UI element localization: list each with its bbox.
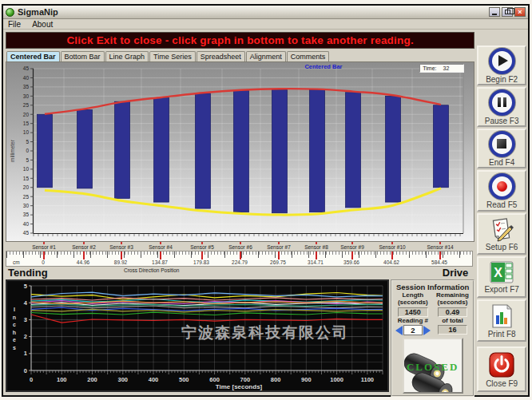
reading-number-field[interactable]: 2	[403, 325, 423, 335]
total-readings-value: 16	[438, 325, 468, 335]
ruler-value: 44.96	[66, 259, 101, 265]
svg-text:4: 4	[24, 299, 28, 307]
export-button[interactable]: X Export F7	[477, 256, 526, 298]
ruler-value: 179.83	[184, 259, 219, 265]
ruler-red-tick	[43, 251, 45, 259]
chart-title: Centered Bar	[288, 63, 359, 70]
restore-icon	[505, 10, 510, 14]
svg-text:45: 45	[23, 65, 30, 71]
svg-text:100: 100	[57, 376, 67, 383]
sensor-label: Sensor #2	[64, 244, 104, 250]
tab-alignment[interactable]: Alignment	[246, 51, 286, 61]
length-value: 1450	[398, 307, 428, 317]
close-button[interactable]: ×	[514, 7, 526, 17]
drive-label: Drive	[443, 267, 469, 279]
sensor-label: Sensor #3	[101, 244, 141, 250]
setup-button-label: Setup F6	[486, 243, 518, 251]
end-button[interactable]: End F4	[477, 129, 526, 168]
pause-button-label: Pause F3	[485, 117, 519, 125]
minimize-button[interactable]	[489, 7, 500, 17]
ruler-red-tick	[83, 251, 85, 259]
tab-centered-bar[interactable]: Centered Bar	[6, 51, 60, 61]
print-chart-icon	[489, 303, 514, 329]
tab-comments[interactable]: Comments	[287, 51, 330, 61]
ruler-value: 134.87	[142, 259, 177, 265]
svg-text:h: h	[13, 330, 16, 335]
time-series-graph[interactable]: 0100200300400500600700800900100011000123…	[6, 279, 389, 392]
svg-text:25: 25	[23, 102, 30, 108]
svg-text:40: 40	[23, 75, 30, 81]
time-label: Time:	[423, 65, 436, 71]
print-button[interactable]: Print F8	[477, 299, 526, 342]
title-bar: SigmaNip ×	[3, 6, 528, 19]
cross-direction-position-label: Cross Direction Position	[124, 267, 179, 273]
sensor-label: Sensor #14	[420, 244, 460, 250]
ruler-red-tick	[240, 251, 241, 259]
reading-number-label: Reading #	[394, 318, 432, 325]
menu-bar: File About	[3, 19, 528, 30]
position-ruler: cm 044.9689.92134.87179.83224.79269.7531…	[6, 251, 473, 267]
tab-time-series[interactable]: Time Series	[149, 51, 196, 61]
svg-text:15: 15	[23, 176, 30, 181]
action-sidebar: Begin F2 Pause F3 End F4 Read F5	[475, 30, 528, 395]
window-title: SigmaNip	[18, 7, 58, 17]
svg-text:0: 0	[26, 148, 29, 153]
svg-text:5: 5	[24, 283, 27, 290]
centered-bar-chart-panel: 45403530252015105051015202530354045milli…	[6, 61, 474, 242]
sensor-bar-6	[234, 90, 249, 212]
tab-line-graph[interactable]: Line Graph	[105, 51, 149, 61]
begin-button[interactable]: Begin F2	[477, 46, 526, 85]
remaining-value: 0.49	[438, 307, 468, 317]
sensor-label: Sensor #9	[332, 244, 372, 250]
end-button-label: End F4	[489, 158, 514, 167]
menu-about[interactable]: About	[32, 20, 53, 29]
sensor-label: Sensor #5	[182, 244, 222, 250]
series-sensor-j	[31, 298, 383, 300]
svg-text:10: 10	[23, 166, 30, 172]
svg-text:600: 600	[209, 376, 220, 383]
svg-text:40: 40	[23, 221, 30, 227]
sensor-label: Sensor #4	[141, 244, 181, 250]
svg-text:15: 15	[23, 121, 30, 126]
tab-spreadsheet[interactable]: Spreadsheet	[197, 51, 245, 61]
sensor-bar-3	[115, 101, 130, 198]
svg-text:800: 800	[271, 376, 281, 383]
sensor-bar-8	[310, 89, 325, 212]
ruler-red-tick	[439, 251, 441, 259]
restore-button[interactable]	[502, 7, 513, 17]
sensor-label: Sensor #10	[372, 244, 412, 250]
time-field: Time: 32	[419, 64, 464, 73]
begin-button-label: Begin F2	[486, 75, 518, 84]
ruler-red-tick	[391, 251, 393, 259]
sensor-bar-1	[38, 114, 53, 188]
svg-text:25: 25	[23, 194, 30, 200]
sensor-bar-10	[386, 96, 401, 202]
svg-text:millimeter: millimeter	[10, 139, 15, 162]
time-value: 32	[443, 65, 450, 71]
pause-icon	[489, 89, 515, 116]
svg-text:500: 500	[179, 376, 189, 383]
close-app-button[interactable]: Close F9	[477, 347, 526, 392]
sensor-bar-5	[196, 93, 211, 208]
ruler-value: 404.62	[374, 259, 409, 265]
svg-text:700: 700	[240, 376, 251, 383]
record-icon	[489, 173, 515, 200]
tab-bottom-bar[interactable]: Bottom Bar	[61, 51, 105, 61]
setup-button[interactable]: Setup F6	[477, 213, 526, 255]
watermark-text: 宁波森泉科技有限公司	[181, 323, 349, 343]
read-button[interactable]: Read F5	[477, 170, 526, 212]
next-reading-arrow-icon[interactable]	[423, 326, 431, 335]
sensor-bar-9	[346, 93, 361, 208]
sensor-bar-11	[434, 105, 449, 188]
ruler-red-tick	[160, 251, 161, 259]
pause-button[interactable]: Pause F3	[477, 87, 526, 127]
menu-file[interactable]: File	[8, 20, 21, 29]
svg-text:n: n	[13, 315, 16, 320]
sensor-label: Sensor #1	[24, 244, 64, 250]
svg-text:45: 45	[23, 230, 30, 236]
svg-text:5: 5	[26, 139, 29, 145]
stop-icon	[489, 131, 515, 157]
svg-text:0: 0	[30, 376, 33, 383]
previous-reading-arrow-icon[interactable]	[395, 326, 403, 335]
svg-text:30: 30	[23, 93, 30, 99]
